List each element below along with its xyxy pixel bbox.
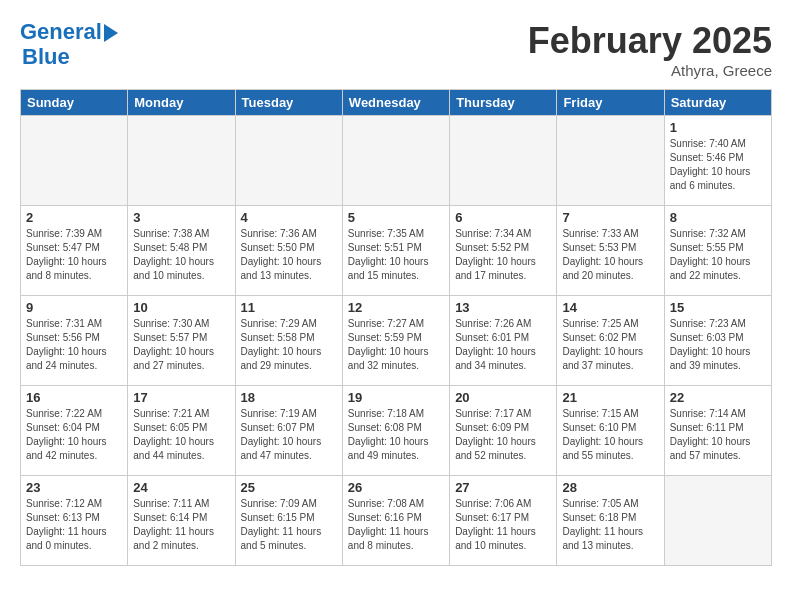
calendar-cell: 3Sunrise: 7:38 AM Sunset: 5:48 PM Daylig…	[128, 206, 235, 296]
day-info: Sunrise: 7:34 AM Sunset: 5:52 PM Dayligh…	[455, 227, 551, 283]
day-number: 18	[241, 390, 337, 405]
day-info: Sunrise: 7:09 AM Sunset: 6:15 PM Dayligh…	[241, 497, 337, 553]
calendar-cell: 17Sunrise: 7:21 AM Sunset: 6:05 PM Dayli…	[128, 386, 235, 476]
day-info: Sunrise: 7:08 AM Sunset: 6:16 PM Dayligh…	[348, 497, 444, 553]
day-info: Sunrise: 7:19 AM Sunset: 6:07 PM Dayligh…	[241, 407, 337, 463]
calendar-cell: 12Sunrise: 7:27 AM Sunset: 5:59 PM Dayli…	[342, 296, 449, 386]
day-info: Sunrise: 7:39 AM Sunset: 5:47 PM Dayligh…	[26, 227, 122, 283]
calendar-cell: 21Sunrise: 7:15 AM Sunset: 6:10 PM Dayli…	[557, 386, 664, 476]
calendar-cell: 15Sunrise: 7:23 AM Sunset: 6:03 PM Dayli…	[664, 296, 771, 386]
day-info: Sunrise: 7:06 AM Sunset: 6:17 PM Dayligh…	[455, 497, 551, 553]
calendar-cell: 2Sunrise: 7:39 AM Sunset: 5:47 PM Daylig…	[21, 206, 128, 296]
day-info: Sunrise: 7:40 AM Sunset: 5:46 PM Dayligh…	[670, 137, 766, 193]
day-info: Sunrise: 7:11 AM Sunset: 6:14 PM Dayligh…	[133, 497, 229, 553]
day-info: Sunrise: 7:17 AM Sunset: 6:09 PM Dayligh…	[455, 407, 551, 463]
logo: General Blue	[20, 20, 118, 70]
title-block: February 2025 Athyra, Greece	[528, 20, 772, 79]
calendar-cell: 10Sunrise: 7:30 AM Sunset: 5:57 PM Dayli…	[128, 296, 235, 386]
day-info: Sunrise: 7:14 AM Sunset: 6:11 PM Dayligh…	[670, 407, 766, 463]
calendar-week-2: 2Sunrise: 7:39 AM Sunset: 5:47 PM Daylig…	[21, 206, 772, 296]
day-header-saturday: Saturday	[664, 90, 771, 116]
day-number: 22	[670, 390, 766, 405]
day-info: Sunrise: 7:31 AM Sunset: 5:56 PM Dayligh…	[26, 317, 122, 373]
day-header-tuesday: Tuesday	[235, 90, 342, 116]
day-number: 3	[133, 210, 229, 225]
logo-arrow-icon	[104, 24, 118, 42]
calendar-header-row: SundayMondayTuesdayWednesdayThursdayFrid…	[21, 90, 772, 116]
calendar-cell: 9Sunrise: 7:31 AM Sunset: 5:56 PM Daylig…	[21, 296, 128, 386]
logo-blue: Blue	[22, 44, 118, 70]
day-number: 2	[26, 210, 122, 225]
day-info: Sunrise: 7:27 AM Sunset: 5:59 PM Dayligh…	[348, 317, 444, 373]
day-number: 17	[133, 390, 229, 405]
day-number: 23	[26, 480, 122, 495]
day-info: Sunrise: 7:15 AM Sunset: 6:10 PM Dayligh…	[562, 407, 658, 463]
calendar-cell: 20Sunrise: 7:17 AM Sunset: 6:09 PM Dayli…	[450, 386, 557, 476]
calendar-cell: 13Sunrise: 7:26 AM Sunset: 6:01 PM Dayli…	[450, 296, 557, 386]
calendar-cell: 18Sunrise: 7:19 AM Sunset: 6:07 PM Dayli…	[235, 386, 342, 476]
day-info: Sunrise: 7:26 AM Sunset: 6:01 PM Dayligh…	[455, 317, 551, 373]
day-number: 26	[348, 480, 444, 495]
day-info: Sunrise: 7:25 AM Sunset: 6:02 PM Dayligh…	[562, 317, 658, 373]
calendar-cell: 14Sunrise: 7:25 AM Sunset: 6:02 PM Dayli…	[557, 296, 664, 386]
calendar-cell: 25Sunrise: 7:09 AM Sunset: 6:15 PM Dayli…	[235, 476, 342, 566]
calendar-cell	[557, 116, 664, 206]
calendar-cell: 8Sunrise: 7:32 AM Sunset: 5:55 PM Daylig…	[664, 206, 771, 296]
calendar-cell: 19Sunrise: 7:18 AM Sunset: 6:08 PM Dayli…	[342, 386, 449, 476]
day-number: 28	[562, 480, 658, 495]
day-info: Sunrise: 7:12 AM Sunset: 6:13 PM Dayligh…	[26, 497, 122, 553]
calendar-cell: 5Sunrise: 7:35 AM Sunset: 5:51 PM Daylig…	[342, 206, 449, 296]
day-number: 24	[133, 480, 229, 495]
day-info: Sunrise: 7:22 AM Sunset: 6:04 PM Dayligh…	[26, 407, 122, 463]
calendar-cell	[128, 116, 235, 206]
day-header-sunday: Sunday	[21, 90, 128, 116]
calendar-cell	[664, 476, 771, 566]
day-number: 10	[133, 300, 229, 315]
day-header-thursday: Thursday	[450, 90, 557, 116]
day-number: 13	[455, 300, 551, 315]
day-number: 12	[348, 300, 444, 315]
calendar-cell: 7Sunrise: 7:33 AM Sunset: 5:53 PM Daylig…	[557, 206, 664, 296]
day-info: Sunrise: 7:23 AM Sunset: 6:03 PM Dayligh…	[670, 317, 766, 373]
day-number: 6	[455, 210, 551, 225]
calendar-cell: 22Sunrise: 7:14 AM Sunset: 6:11 PM Dayli…	[664, 386, 771, 476]
day-number: 9	[26, 300, 122, 315]
day-number: 21	[562, 390, 658, 405]
calendar-cell: 1Sunrise: 7:40 AM Sunset: 5:46 PM Daylig…	[664, 116, 771, 206]
calendar-cell: 4Sunrise: 7:36 AM Sunset: 5:50 PM Daylig…	[235, 206, 342, 296]
day-info: Sunrise: 7:33 AM Sunset: 5:53 PM Dayligh…	[562, 227, 658, 283]
calendar-cell	[450, 116, 557, 206]
day-number: 27	[455, 480, 551, 495]
calendar-week-1: 1Sunrise: 7:40 AM Sunset: 5:46 PM Daylig…	[21, 116, 772, 206]
day-header-wednesday: Wednesday	[342, 90, 449, 116]
calendar-cell	[21, 116, 128, 206]
day-info: Sunrise: 7:36 AM Sunset: 5:50 PM Dayligh…	[241, 227, 337, 283]
calendar-cell: 6Sunrise: 7:34 AM Sunset: 5:52 PM Daylig…	[450, 206, 557, 296]
day-number: 4	[241, 210, 337, 225]
calendar-cell: 27Sunrise: 7:06 AM Sunset: 6:17 PM Dayli…	[450, 476, 557, 566]
day-number: 14	[562, 300, 658, 315]
day-header-friday: Friday	[557, 90, 664, 116]
day-info: Sunrise: 7:29 AM Sunset: 5:58 PM Dayligh…	[241, 317, 337, 373]
calendar-week-3: 9Sunrise: 7:31 AM Sunset: 5:56 PM Daylig…	[21, 296, 772, 386]
day-info: Sunrise: 7:30 AM Sunset: 5:57 PM Dayligh…	[133, 317, 229, 373]
calendar-cell: 16Sunrise: 7:22 AM Sunset: 6:04 PM Dayli…	[21, 386, 128, 476]
day-number: 15	[670, 300, 766, 315]
day-info: Sunrise: 7:05 AM Sunset: 6:18 PM Dayligh…	[562, 497, 658, 553]
day-number: 16	[26, 390, 122, 405]
calendar-cell: 24Sunrise: 7:11 AM Sunset: 6:14 PM Dayli…	[128, 476, 235, 566]
calendar-week-5: 23Sunrise: 7:12 AM Sunset: 6:13 PM Dayli…	[21, 476, 772, 566]
day-number: 25	[241, 480, 337, 495]
calendar-cell: 26Sunrise: 7:08 AM Sunset: 6:16 PM Dayli…	[342, 476, 449, 566]
calendar-cell	[342, 116, 449, 206]
calendar-week-4: 16Sunrise: 7:22 AM Sunset: 6:04 PM Dayli…	[21, 386, 772, 476]
logo-text: General	[20, 20, 102, 44]
day-info: Sunrise: 7:18 AM Sunset: 6:08 PM Dayligh…	[348, 407, 444, 463]
day-number: 11	[241, 300, 337, 315]
calendar-cell: 11Sunrise: 7:29 AM Sunset: 5:58 PM Dayli…	[235, 296, 342, 386]
page-header: General Blue February 2025 Athyra, Greec…	[20, 20, 772, 79]
day-number: 1	[670, 120, 766, 135]
day-number: 19	[348, 390, 444, 405]
day-number: 5	[348, 210, 444, 225]
day-info: Sunrise: 7:38 AM Sunset: 5:48 PM Dayligh…	[133, 227, 229, 283]
